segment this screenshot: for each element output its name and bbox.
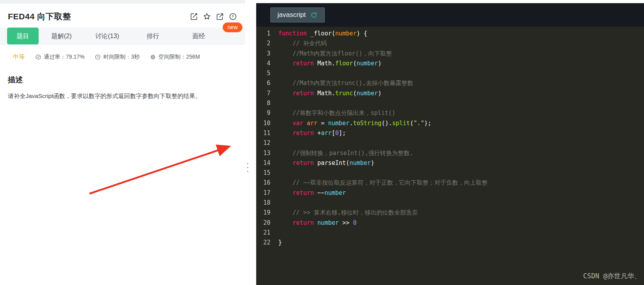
edit-icon[interactable]	[190, 12, 198, 21]
code-token: )	[378, 90, 382, 97]
code-token: return	[292, 189, 314, 196]
code-text: // ~~双非按位取反运算符，对于正数，它向下取整；对于负数，向上取整	[278, 178, 488, 188]
line-number: 22	[256, 238, 275, 248]
code-token: 0	[353, 219, 357, 226]
code-line[interactable]: 22}	[256, 238, 644, 248]
code-token: parseInt(	[314, 159, 349, 167]
code-text: return Math.floor(number)	[278, 59, 382, 68]
code-line[interactable]: 11 return +arr[0];	[256, 128, 644, 138]
code-token: trunc	[335, 90, 353, 97]
code-token: var	[292, 120, 303, 127]
code-text: // 补全代码	[278, 39, 327, 48]
code-token: number	[328, 120, 349, 127]
watermark: CSDN @亦世凡华、	[583, 271, 641, 281]
clock-icon	[95, 54, 101, 60]
code-token: ];	[339, 130, 346, 137]
code-line[interactable]: 13 //强制转换，parseInt(),强行转换为整数.	[256, 148, 644, 158]
code-token: return	[292, 90, 314, 97]
code-line[interactable]: 1function _floor(number) {	[256, 29, 644, 39]
code-line[interactable]: 21	[256, 228, 644, 238]
code-editor-panel: javascript 1function _floor(number) {2 /…	[256, 0, 644, 285]
line-number: 12	[256, 138, 275, 148]
code-line[interactable]: 5	[256, 68, 644, 78]
line-number: 19	[256, 208, 275, 218]
code-token	[278, 159, 292, 167]
line-number: 13	[256, 148, 275, 158]
code-token: "."	[413, 120, 424, 127]
code-text: return parseInt(number)	[278, 158, 374, 168]
code-text: return +arr[0];	[278, 128, 346, 138]
code-token: Math.	[314, 60, 335, 67]
code-line[interactable]: 15	[256, 168, 644, 178]
code-token	[278, 179, 292, 186]
language-label: javascript	[277, 11, 306, 19]
code-line[interactable]: 2 // 补全代码	[256, 39, 644, 48]
line-number: 21	[256, 228, 275, 238]
memory-limit-text: 空间限制：256M	[158, 54, 200, 61]
code-line[interactable]: 18	[256, 198, 644, 208]
splitter-handle-icon[interactable]	[247, 163, 248, 172]
code-line[interactable]: 17 return ~~number	[256, 188, 644, 198]
code-token: // 补全代码	[292, 40, 327, 47]
code-text: return ~~number	[278, 188, 346, 198]
code-line[interactable]: 20 return number >> 0	[256, 218, 644, 228]
code-token	[278, 109, 292, 117]
code-text: function _floor(number) {	[278, 29, 367, 39]
code-text: //强制转换，parseInt(),强行转换为整数.	[278, 148, 413, 158]
external-link-icon[interactable]	[216, 12, 224, 21]
tab-ranking[interactable]: 排行	[130, 28, 176, 44]
code-token: //Math内置方法trunc(),去掉小数暴露整数	[292, 80, 413, 87]
code-line[interactable]: 4 return Math.floor(number)	[256, 59, 644, 68]
tab-interview[interactable]: 面经	[176, 28, 221, 44]
code-token: .	[350, 120, 353, 127]
code-line[interactable]: 8	[256, 98, 644, 108]
code-line[interactable]: 19 // >> 算术右移,移位时，移出的位数全部丢弃	[256, 208, 644, 218]
editor-header: javascript	[256, 3, 644, 27]
difficulty-label: 中等	[13, 53, 25, 61]
code-token	[278, 50, 292, 57]
language-selector-button[interactable]: javascript	[270, 7, 325, 22]
code-token	[278, 40, 292, 47]
panel-splitter[interactable]	[245, 0, 256, 285]
code-token: (	[353, 60, 357, 67]
code-line[interactable]: 3 //Math内置方法floor()，向下取整	[256, 49, 644, 59]
code-line[interactable]: 16 // ~~双非按位取反运算符，对于正数，它向下取整；对于负数，向上取整	[256, 178, 644, 188]
check-circle-icon	[35, 54, 41, 60]
tab-problem[interactable]: 题目	[7, 28, 39, 44]
tab-discussion[interactable]: 讨论(13)	[84, 28, 130, 44]
code-line[interactable]: 10 var arr = number.toString().split("."…	[256, 118, 644, 128]
code-token: floor	[335, 60, 353, 67]
line-number: 17	[256, 188, 275, 198]
info-icon[interactable]	[229, 12, 237, 21]
star-icon[interactable]	[203, 12, 211, 21]
line-number: 4	[256, 59, 275, 68]
code-token: toString	[353, 120, 382, 127]
line-number: 10	[256, 118, 275, 128]
new-badge: new	[223, 22, 242, 32]
code-token: //将数字和小数点分隔出来，split()	[292, 109, 395, 117]
code-token: number	[350, 159, 371, 167]
code-editor[interactable]: 1function _floor(number) {2 // 补全代码3 //M…	[256, 27, 644, 285]
line-number: 18	[256, 198, 275, 208]
tab-solutions[interactable]: 题解(2)	[39, 28, 84, 44]
time-limit: 时间限制：3秒	[95, 54, 140, 61]
code-token	[278, 219, 292, 226]
code-line[interactable]: 14 return parseInt(number)	[256, 158, 644, 168]
code-token: +	[314, 130, 321, 137]
code-line[interactable]: 9 //将数字和小数点分隔出来，split()	[256, 108, 644, 118]
code-token: return	[292, 60, 314, 67]
code-line[interactable]: 6 //Math内置方法trunc(),去掉小数暴露整数	[256, 78, 644, 88]
code-token: number	[317, 219, 339, 226]
code-token: =	[317, 120, 328, 127]
code-token: }	[278, 239, 282, 246]
line-number: 14	[256, 158, 275, 168]
code-token: number	[357, 60, 378, 67]
code-token	[314, 219, 317, 226]
code-text: return number >> 0	[278, 218, 357, 228]
line-number: 11	[256, 128, 275, 138]
code-line[interactable]: 12	[256, 138, 644, 148]
refresh-icon	[310, 11, 318, 19]
code-line[interactable]: 7 return Math.trunc(number)	[256, 89, 644, 98]
code-token: [	[331, 130, 335, 137]
line-number: 5	[256, 68, 275, 78]
